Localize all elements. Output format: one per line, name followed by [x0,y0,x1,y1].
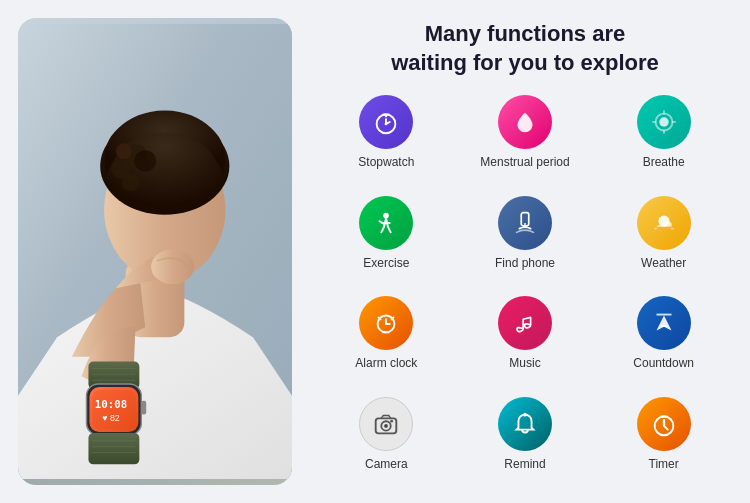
remind-label: Remind [504,457,545,471]
svg-point-6 [122,174,140,192]
camera-label: Camera [365,457,408,471]
breathe-label: Breathe [643,155,685,169]
timer-label: Timer [649,457,679,471]
feature-item-breathe: Breathe [597,95,730,185]
music-icon [498,296,552,350]
timer-icon [637,397,691,451]
music-label: Music [509,356,540,370]
svg-text:10:08: 10:08 [95,398,127,411]
svg-point-30 [524,223,526,225]
findphone-icon [498,196,552,250]
breathe-icon [637,95,691,149]
camera-icon [359,397,413,451]
alarm-label: Alarm clock [355,356,417,370]
features-grid: Stopwatch Menstrual period Breathe Exerc… [320,95,730,487]
feature-item-music: Music [459,296,592,386]
svg-point-37 [391,419,394,422]
remind-icon [498,397,552,451]
svg-point-36 [384,424,388,428]
svg-point-38 [523,412,527,416]
svg-point-27 [659,118,668,127]
menstrual-label: Menstrual period [480,155,569,169]
feature-item-alarm: Alarm clock [320,296,453,386]
stopwatch-icon [359,95,413,149]
findphone-label: Find phone [495,256,555,270]
menstrual-icon [498,95,552,149]
svg-rect-33 [661,325,667,327]
svg-point-7 [134,150,156,172]
feature-item-weather: Weather [597,196,730,286]
weather-label: Weather [641,256,686,270]
svg-point-9 [151,249,194,284]
feature-item-countdown: Countdown [597,296,730,386]
countdown-icon [637,296,691,350]
svg-rect-20 [88,433,139,464]
weather-icon [637,196,691,250]
headline-line1: Many functions are [425,21,625,46]
svg-point-25 [385,123,388,126]
left-panel: 10:08 ♥ 82 [0,0,310,503]
exercise-icon [359,196,413,250]
watch-image: 10:08 ♥ 82 [18,18,292,485]
svg-text:♥ 82: ♥ 82 [102,413,120,423]
feature-item-timer: Timer [597,397,730,487]
feature-item-camera: Camera [320,397,453,487]
headline-line2: waiting for you to explore [391,50,659,75]
alarm-icon [359,296,413,350]
svg-rect-19 [141,401,146,415]
stopwatch-label: Stopwatch [358,155,414,169]
feature-item-exercise: Exercise [320,196,453,286]
right-panel: Many functions are waiting for you to ex… [310,0,750,503]
feature-item-stopwatch: Stopwatch [320,95,453,185]
countdown-label: Countdown [633,356,694,370]
exercise-label: Exercise [363,256,409,270]
feature-item-remind: Remind [459,397,592,487]
headline: Many functions are waiting for you to ex… [320,20,730,77]
feature-item-findphone: Find phone [459,196,592,286]
svg-point-8 [116,143,132,159]
feature-item-menstrual: Menstrual period [459,95,592,185]
